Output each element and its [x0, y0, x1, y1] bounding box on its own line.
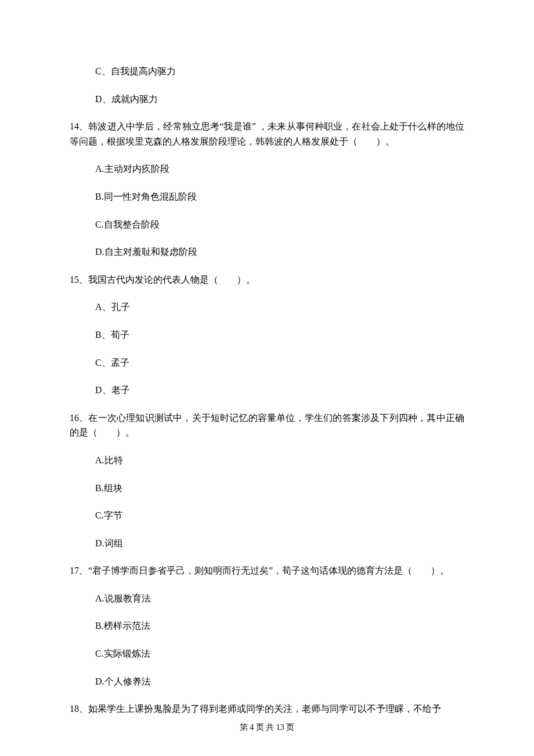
- q15-option-c: C、孟子: [70, 355, 464, 370]
- q14-option-c: C.自我整合阶段: [70, 217, 464, 232]
- q15-option-a: A、孔子: [70, 300, 464, 315]
- q17-stem: 17、“君子博学而日参省乎己，则知明而行无过矣”，荀子这句话体现的德育方法是（ …: [70, 563, 464, 578]
- q15-stem: 15、我国古代内发论的代表人物是（ ）。: [70, 272, 464, 287]
- page-footer: 第 4 页 共 13 页: [0, 721, 534, 734]
- q15-option-b: B、荀子: [70, 327, 464, 343]
- q16-option-a: A.比特: [70, 453, 464, 468]
- q14-option-d: D.自主对羞耻和疑虑阶段: [70, 244, 464, 260]
- q13-option-d: D、成就内驱力: [70, 92, 464, 107]
- q16-option-d: D.词组: [70, 536, 464, 551]
- q16-stem: 16、在一次心理知识测试中，关于短时记忆的容量单位，学生们的答案涉及下列四种，其…: [70, 411, 464, 440]
- q14-option-b: B.同一性对角色混乱阶段: [70, 189, 464, 204]
- q14-stem: 14、韩波进入中学后，经常独立思考“我是谁” ，未来从事何种职业，在社会上处于什…: [70, 119, 464, 149]
- q14-option-a: A.主动对内疚阶段: [70, 161, 464, 177]
- q13-option-c: C、自我提高内驱力: [70, 64, 464, 79]
- q16-option-b: B.组块: [70, 481, 464, 496]
- q17-option-d: D.个人修养法: [70, 674, 464, 689]
- q17-option-a: A.说服教育法: [70, 591, 464, 606]
- q17-option-b: B.榜样示范法: [70, 618, 464, 633]
- q16-option-c: C.字节: [70, 508, 464, 523]
- q18-stem: 18、如果学生上课扮鬼脸是为了得到老师或同学的关注，老师与同学可以不予理睬，不给…: [70, 701, 464, 717]
- q17-option-c: C.实际锻炼法: [70, 646, 464, 661]
- q15-option-d: D、老子: [70, 383, 464, 398]
